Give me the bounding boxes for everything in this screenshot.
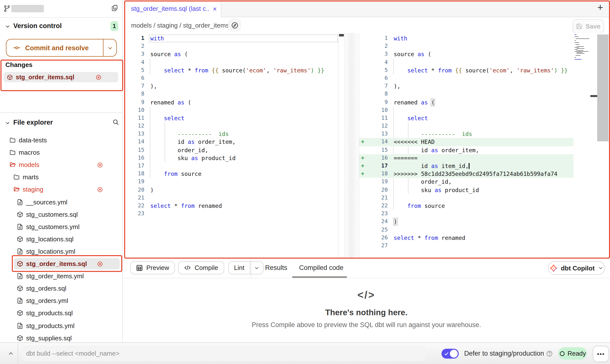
connection-status-badge[interactable]: Ready xyxy=(558,347,587,360)
code-pane-last-commit[interactable]: 1with23source as (45 select * from {{ so… xyxy=(123,33,338,258)
code-line-18[interactable]: 18 from source xyxy=(123,170,338,178)
file-tree-item-staging[interactable]: staging xyxy=(0,183,122,196)
code-line-22[interactable]: 22select * from renamed xyxy=(123,202,338,210)
code-line-11[interactable]: 11 select xyxy=(359,114,574,122)
code-line-15[interactable]: 15 id as order_item, xyxy=(359,146,574,154)
file-tree-item-marts[interactable]: marts xyxy=(0,171,122,183)
discard-changes-icon[interactable] xyxy=(96,74,102,80)
changed-file-item[interactable]: stg_order_items.sql xyxy=(3,72,118,82)
search-icon[interactable] xyxy=(112,119,119,126)
code-text[interactable]: source as ( xyxy=(149,50,338,58)
code-text[interactable] xyxy=(149,42,338,50)
code-text[interactable] xyxy=(149,90,338,98)
code-line-18[interactable]: +18>>>>>>> 58c1dd23d5eebd9cd2495fa7124ab… xyxy=(359,170,574,178)
code-text[interactable]: >>>>>>> 58c1dd23d5eebd9cd2495fa7124ab61b… xyxy=(392,170,574,178)
file-tree-item-stg-locations-sql[interactable]: stg_locations.sql xyxy=(0,233,122,245)
code-line-20[interactable]: 20 sku as product_id xyxy=(359,186,574,194)
code-line-19[interactable]: 19 xyxy=(123,178,338,186)
code-text[interactable]: ---------- ids xyxy=(392,130,574,138)
file-tree-item--sources-yml[interactable]: __sources.yml xyxy=(0,196,122,208)
scrollbar-thumb[interactable] xyxy=(339,34,344,36)
defer-toggle[interactable] xyxy=(441,349,459,359)
code-line-6[interactable]: 6 xyxy=(359,74,574,82)
code-line-27[interactable]: 27 xyxy=(359,242,574,250)
file-tree-item-stg-products-sql[interactable]: stg_products.sql xyxy=(0,307,122,319)
code-text[interactable]: sku as product_id xyxy=(149,154,338,162)
code-line-4[interactable]: 4 xyxy=(359,58,574,66)
code-text[interactable]: ---------- ids xyxy=(149,130,338,138)
file-tree-item-stg-locations-yml[interactable]: stg_locations.yml xyxy=(0,245,122,258)
file-tree-item-stg-order-items-sql[interactable]: stg_order_items.sql xyxy=(0,258,122,270)
tab-stg-order-items[interactable]: stg_order_items.sql (last c... × xyxy=(123,0,221,17)
code-line-21[interactable]: 21 xyxy=(123,194,338,202)
code-line-8[interactable]: 8 xyxy=(359,90,574,98)
code-text[interactable] xyxy=(392,242,574,250)
code-text[interactable] xyxy=(392,194,574,202)
code-text[interactable] xyxy=(149,210,338,218)
code-line-9[interactable]: 9renamed as ( xyxy=(123,98,338,106)
file-tree-item-stg-customers-yml[interactable]: stg_customers.yml xyxy=(0,220,122,233)
code-text[interactable] xyxy=(392,58,574,66)
code-text[interactable]: sku as product_id xyxy=(392,186,574,194)
code-text[interactable] xyxy=(149,162,338,170)
file-tree-item-models[interactable]: models xyxy=(0,159,122,171)
chevron-down-icon[interactable] xyxy=(5,120,10,126)
code-text[interactable] xyxy=(392,226,574,234)
code-line-22[interactable]: 22 from source xyxy=(359,202,574,210)
code-line-9[interactable]: 9renamed as ( xyxy=(359,98,574,106)
tab-compiled-code[interactable]: Compiled code xyxy=(299,258,343,278)
version-control-header[interactable]: Version control xyxy=(13,22,62,30)
more-options-button[interactable]: ••• xyxy=(593,346,609,362)
conflict-x-icon[interactable] xyxy=(97,187,103,193)
code-text[interactable] xyxy=(392,42,574,50)
conflict-x-icon[interactable] xyxy=(97,261,103,267)
code-line-11[interactable]: 11 select xyxy=(123,114,338,122)
compile-button[interactable]: Compile xyxy=(178,261,224,274)
code-text[interactable]: id as order_item, xyxy=(149,138,338,146)
conflict-x-icon[interactable] xyxy=(97,162,103,168)
code-line-6[interactable]: 6 xyxy=(123,74,338,82)
code-text[interactable]: order_id, xyxy=(392,178,574,186)
code-line-21[interactable]: 21 xyxy=(359,194,574,202)
code-text[interactable] xyxy=(149,58,338,66)
code-line-16[interactable]: 16 sku as product_id xyxy=(123,154,338,162)
code-line-24[interactable]: 24) xyxy=(359,218,574,226)
code-line-19[interactable]: 19 order_id, xyxy=(359,178,574,186)
code-text[interactable]: order_id, xyxy=(149,146,338,154)
code-line-3[interactable]: 3source as ( xyxy=(123,50,338,58)
file-tree-item-data-tests[interactable]: data-tests xyxy=(0,134,122,146)
code-text[interactable]: renamed as ( xyxy=(392,98,574,106)
lint-button[interactable]: Lint xyxy=(228,261,264,274)
file-tree-item-stg-products-yml[interactable]: stg_products.yml xyxy=(0,319,122,332)
code-line-1[interactable]: 1with xyxy=(359,34,574,42)
chevron-down-icon[interactable] xyxy=(5,24,10,29)
code-line-2[interactable]: 2 xyxy=(359,42,574,50)
code-text[interactable] xyxy=(149,194,338,202)
file-tree-item-stg-order-items-yml[interactable]: stg_order_items.yml xyxy=(0,270,122,282)
code-text[interactable]: select * from {{ source('ecom', 'raw_ite… xyxy=(149,66,338,74)
code-line-8[interactable]: 8 xyxy=(123,90,338,98)
code-text[interactable]: id as order_item, xyxy=(392,146,574,154)
code-line-4[interactable]: 4 xyxy=(123,58,338,66)
code-text[interactable]: ) xyxy=(149,186,338,194)
help-icon[interactable] xyxy=(546,350,553,357)
code-line-23[interactable]: 23 xyxy=(123,210,338,218)
code-text[interactable]: select * from renamed xyxy=(149,202,338,210)
file-tree-item-stg-customers-sql[interactable]: stg_customers.sql xyxy=(0,208,122,220)
code-text[interactable] xyxy=(149,74,338,82)
left-pane-scrollbar[interactable] xyxy=(338,33,345,258)
minimap-slider[interactable] xyxy=(590,95,598,97)
code-text[interactable]: select * from renamed xyxy=(392,234,574,242)
code-pane-current[interactable]: 1with23source as (45 select * from {{ so… xyxy=(359,33,610,258)
code-line-13[interactable]: 13 ---------- ids xyxy=(123,130,338,138)
code-text[interactable]: ) xyxy=(392,218,574,226)
file-tree-item-macros[interactable]: macros xyxy=(0,146,122,159)
code-text[interactable] xyxy=(392,122,574,130)
tab-results[interactable]: Results xyxy=(265,258,287,278)
code-line-12[interactable]: 12 xyxy=(123,122,338,130)
code-line-26[interactable]: 26select * from renamed xyxy=(359,234,574,242)
code-text[interactable]: ), xyxy=(392,82,574,90)
file-tree-item-stg-orders-sql[interactable]: stg_orders.sql xyxy=(0,282,122,295)
code-text[interactable] xyxy=(392,210,574,218)
code-text[interactable]: select xyxy=(149,114,338,122)
